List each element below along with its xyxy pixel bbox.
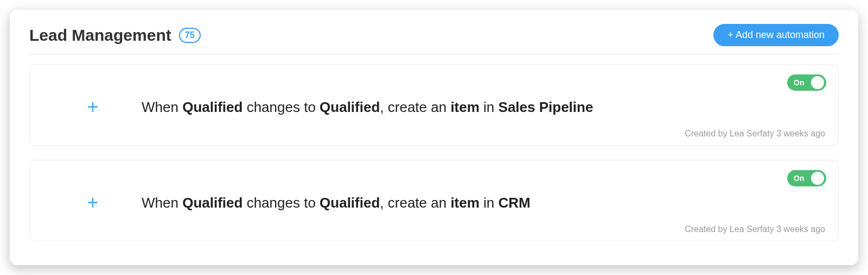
sentence-field: CRM	[499, 195, 531, 211]
created-by-text: Created by Lea Serfaty 3 weeks ago	[685, 129, 825, 139]
sentence-text: When	[142, 99, 182, 115]
automation-list: + When Qualified changes to Qualified, c…	[29, 64, 839, 241]
sentence-text: in	[480, 195, 499, 211]
toggle-knob-icon	[811, 76, 824, 89]
automation-panel: Lead Management 75 + Add new automation …	[10, 10, 858, 265]
sentence-field: item	[450, 99, 479, 115]
automation-card[interactable]: + When Qualified changes to Qualified, c…	[29, 160, 839, 241]
automation-count-badge: 75	[179, 28, 201, 43]
panel-header: Lead Management 75 + Add new automation	[29, 22, 839, 54]
automation-sentence: When Qualified changes to Qualified, cre…	[142, 193, 824, 212]
plus-icon[interactable]: +	[87, 193, 98, 212]
automation-card[interactable]: + When Qualified changes to Qualified, c…	[29, 64, 839, 146]
sentence-field: Qualified	[320, 99, 380, 115]
add-automation-button[interactable]: + Add new automation	[713, 24, 839, 46]
sentence-text: changes to	[242, 195, 320, 211]
toggle-knob-icon	[811, 172, 824, 185]
automation-toggle[interactable]: On	[787, 170, 826, 186]
sentence-text: changes to	[242, 99, 320, 115]
sentence-field: Qualified	[182, 99, 242, 115]
sentence-text: in	[480, 99, 499, 115]
plus-icon[interactable]: +	[87, 97, 98, 117]
header-divider	[29, 54, 839, 54]
sentence-field: Qualified	[320, 195, 380, 211]
page-title: Lead Management	[29, 26, 171, 45]
toggle-label: On	[794, 78, 811, 87]
sentence-field: Qualified	[182, 195, 242, 211]
automation-sentence: When Qualified changes to Qualified, cre…	[142, 97, 824, 117]
automation-toggle[interactable]: On	[787, 74, 826, 91]
sentence-field: item	[450, 195, 479, 211]
sentence-field: Sales Pipeline	[499, 99, 593, 115]
sentence-text: When	[142, 195, 182, 211]
toggle-label: On	[794, 174, 811, 183]
created-by-text: Created by Lea Serfaty 3 weeks ago	[685, 224, 825, 234]
sentence-text: , create an	[380, 99, 450, 115]
sentence-text: , create an	[380, 195, 450, 211]
